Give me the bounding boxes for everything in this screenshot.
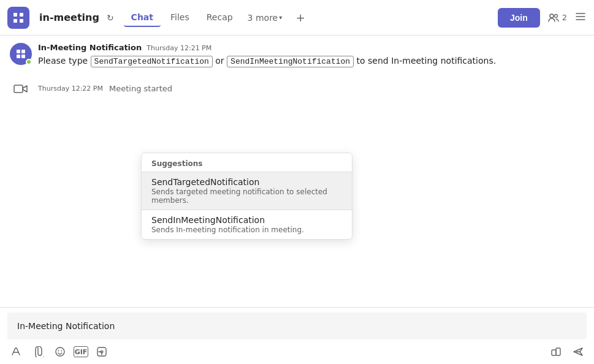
header-right: Join 2	[498, 8, 587, 28]
suggestion-desc-2: Sends In-meeting notification in meeting…	[151, 226, 342, 234]
input-toolbar: GIF	[0, 339, 594, 364]
message-time: Thursday 12:21 PM	[147, 44, 211, 52]
svg-point-16	[58, 351, 59, 352]
suggestion-item-1[interactable]: SendTargetedNotification Sends targeted …	[142, 172, 352, 210]
text-middle: or	[213, 56, 227, 66]
nav-tabs: Chat Files Recap 3 more ▾	[124, 9, 287, 27]
join-button[interactable]: Join	[498, 8, 540, 28]
app-grid-icon[interactable]	[7, 7, 29, 29]
people-icon	[547, 12, 560, 24]
message-content: In-Meeting Notification Thursday 12:21 P…	[38, 43, 584, 68]
loop-icon[interactable]	[547, 343, 565, 360]
message-group: In-Meeting Notification Thursday 12:21 P…	[10, 43, 584, 68]
suggestion-desc-1: Sends targeted meeting notification to s…	[151, 188, 342, 205]
message-input[interactable]: In-Meeting Notification	[7, 313, 587, 339]
attach-icon[interactable]	[29, 343, 47, 360]
svg-rect-12	[21, 55, 25, 58]
svg-rect-1	[20, 13, 23, 17]
format-icon[interactable]	[7, 343, 25, 360]
suggestions-dropdown: Suggestions SendTargetedNotification Sen…	[141, 153, 352, 240]
tab-files[interactable]: Files	[163, 9, 197, 27]
system-event-time: Thursday 12:22 PM	[38, 85, 103, 93]
svg-rect-11	[17, 55, 20, 58]
tab-recap[interactable]: Recap	[199, 9, 240, 27]
suggestion-item-2[interactable]: SendInMeetingNotification Sends In-meeti…	[142, 210, 352, 239]
svg-point-5	[554, 14, 557, 17]
tab-chat[interactable]: Chat	[124, 9, 161, 27]
svg-point-15	[56, 347, 64, 356]
message-meta: In-Meeting Notification Thursday 12:21 P…	[38, 43, 584, 52]
svg-rect-21	[556, 348, 560, 355]
code-tag-2: SendInMeetingNotification	[227, 56, 354, 67]
text-before: Please type	[38, 56, 91, 66]
message-text: Please type SendTargetedNotification or …	[38, 55, 584, 68]
avatar-status	[26, 59, 32, 65]
toolbar-right	[547, 343, 587, 360]
video-camera-icon	[10, 78, 32, 100]
suggestion-title-2: SendInMeetingNotification	[151, 215, 342, 225]
text-after: to send In-meeting notifications.	[354, 56, 496, 66]
svg-point-4	[550, 14, 554, 18]
chevron-down-icon: ▾	[279, 14, 282, 21]
svg-rect-20	[552, 350, 556, 355]
suggestions-header: Suggestions	[142, 153, 352, 172]
send-icon[interactable]	[569, 343, 587, 360]
emoji-icon[interactable]	[51, 343, 69, 360]
sticker-icon[interactable]	[93, 343, 110, 360]
tab-more[interactable]: 3 more ▾	[243, 9, 287, 26]
gif-icon[interactable]: GIF	[74, 346, 88, 357]
participants-button[interactable]: 2	[547, 12, 567, 24]
chat-area: In-Meeting Notification Thursday 12:21 P…	[0, 36, 594, 307]
system-event-text: Meeting started	[109, 84, 172, 93]
svg-rect-13	[14, 85, 23, 93]
header-left: in-meeting ↻ Chat Files Recap 3 more ▾ +	[7, 7, 309, 29]
svg-rect-0	[13, 13, 17, 17]
svg-rect-9	[17, 50, 20, 53]
svg-rect-10	[21, 50, 25, 53]
suggestion-title-1: SendTargetedNotification	[151, 177, 342, 187]
meeting-title: in-meeting	[39, 12, 99, 23]
add-tab-button[interactable]: +	[292, 9, 309, 26]
system-message: Thursday 12:22 PM Meeting started	[10, 75, 584, 107]
message-sender: In-Meeting Notification	[38, 43, 142, 52]
svg-rect-2	[13, 19, 17, 23]
participants-count: 2	[562, 13, 567, 22]
header: in-meeting ↻ Chat Files Recap 3 more ▾ +…	[0, 0, 594, 36]
refresh-icon[interactable]: ↻	[107, 13, 114, 23]
svg-rect-3	[20, 19, 23, 23]
code-tag-1: SendTargetedNotification	[91, 56, 213, 67]
svg-point-17	[61, 351, 63, 352]
more-options-icon[interactable]	[574, 10, 587, 25]
avatar	[10, 43, 32, 65]
input-area: In-Meeting Notification GIF	[0, 307, 594, 364]
